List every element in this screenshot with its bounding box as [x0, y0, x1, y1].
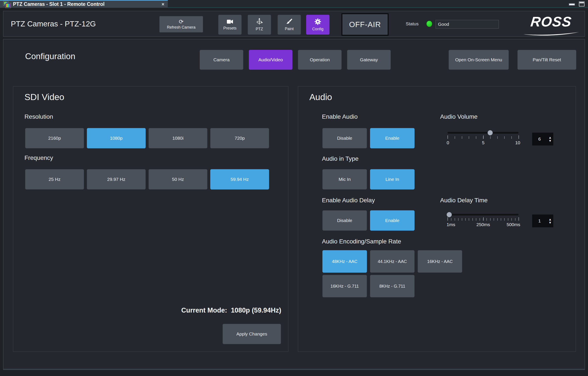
app-window: PTZ Cameras - Slot 1 - Remote Control × … [0, 0, 588, 376]
content-area: Configuration Camera Audio/Video Operati… [3, 39, 585, 370]
audio-delay-enable-button[interactable]: Enable [370, 210, 415, 231]
ross-logo-swoosh [523, 32, 580, 36]
page-title: PTZ Cameras - PTZ-12G [11, 11, 96, 36]
audio-volume-slider: 0 5 10 [448, 130, 518, 147]
camera-icon [226, 19, 233, 24]
audio-delay-down-icon[interactable]: ▼ [549, 221, 552, 224]
status-dot [426, 20, 432, 27]
apply-changes-button[interactable]: Apply Changes [222, 324, 281, 344]
audio-volume-spinner[interactable]: 6 ▲ ▼ [532, 132, 554, 146]
audio-delay-value: 1 [532, 218, 547, 224]
gear-icon [314, 18, 322, 25]
audio-volume-slider-track[interactable] [448, 132, 518, 134]
frequency-option-29-97hz[interactable]: 29.97 Hz [87, 169, 146, 190]
resolution-option-1080p[interactable]: 1080p [87, 128, 146, 148]
sdi-video-title: SDI Video [24, 92, 64, 102]
audio-delay-spinner[interactable]: 1 ▲ ▼ [532, 214, 554, 228]
audio-delay-slider-ticks [448, 218, 519, 221]
close-icon[interactable]: × [161, 1, 164, 7]
audio-volume-value: 6 [532, 137, 547, 142]
config-button[interactable]: Config [306, 15, 329, 35]
audio-volume-down-icon[interactable]: ▼ [549, 139, 552, 142]
resolution-option-720p[interactable]: 720p [210, 128, 269, 148]
resolution-label: Resolution [24, 113, 53, 120]
audio-volume-up-icon[interactable]: ▲ [549, 136, 552, 139]
tab-operation[interactable]: Operation [298, 50, 342, 70]
enable-audio-delay-label: Enable Audio Delay [322, 197, 375, 204]
frequency-option-59-94hz[interactable]: 59.94 Hz [210, 169, 269, 190]
current-mode-text: Current Mode: 1080p (59.94Hz) [181, 306, 281, 314]
audio-delay-up-icon[interactable]: ▲ [549, 218, 552, 221]
window-tab[interactable]: PTZ Cameras - Slot 1 - Remote Control × [0, 0, 168, 8]
open-onscreen-menu-button[interactable]: Open On-Screen Menu [449, 50, 509, 70]
ptz-cross-icon [256, 18, 263, 25]
ptz-button[interactable]: PTZ [248, 15, 271, 35]
pan-tilt-reset-button[interactable]: Pan/Tilt Reset [517, 50, 576, 70]
tab-audio-video[interactable]: Audio/Video [249, 50, 293, 70]
audio-panel: Audio Enable Audio Disable Enable Audio … [298, 86, 576, 352]
audio-in-line-button[interactable]: Line In [370, 169, 415, 190]
off-air-indicator: OFF-AIR [343, 14, 388, 35]
frequency-option-25hz[interactable]: 25 Hz [25, 169, 84, 190]
encoding-48khz-aac-button[interactable]: 48KHz - AAC [322, 250, 367, 273]
audio-volume-scale: 0 5 10 [448, 140, 519, 146]
enable-audio-disable-button[interactable]: Disable [322, 128, 367, 148]
presets-button[interactable]: Presets [218, 15, 242, 35]
paint-brush-icon [286, 18, 293, 25]
encoding-16khz-aac-button[interactable]: 16KHz - AAC [418, 250, 462, 273]
resolution-option-2160p[interactable]: 2160p [25, 128, 84, 148]
enable-audio-label: Enable Audio [322, 113, 358, 120]
audio-in-mic-button[interactable]: Mic In [322, 169, 367, 190]
audio-delay-scale: 1ms 250ms 500ms [448, 222, 519, 228]
tab-gateway[interactable]: Gateway [347, 50, 391, 70]
audio-delay-slider: 1ms 250ms 500ms [448, 212, 518, 229]
refresh-camera-button[interactable]: ⟳ Refresh Camera [159, 16, 203, 32]
encoding-44-1khz-aac-button[interactable]: 44.1KHz - AAC [370, 250, 415, 273]
resolution-option-1080i[interactable]: 1080i [148, 128, 207, 148]
header-bar: PTZ Cameras - PTZ-12G ⟳ Refresh Camera P… [3, 11, 585, 37]
audio-delay-slider-thumb[interactable] [447, 212, 452, 217]
encoding-16khz-g711-button[interactable]: 16KHz - G.711 [322, 275, 367, 297]
audio-delay-slider-track[interactable] [448, 214, 518, 215]
audio-title: Audio [309, 92, 332, 102]
ross-logo: ROSS [523, 13, 580, 30]
status-label: Status [406, 11, 419, 36]
audio-encoding-label: Audio Encoding/Sample Rate [322, 238, 401, 245]
minimize-icon[interactable] [569, 3, 575, 6]
refresh-icon: ⟳ [179, 19, 184, 24]
paint-button[interactable]: Paint [278, 15, 301, 35]
tab-title: PTZ Cameras - Slot 1 - Remote Control [13, 1, 105, 7]
audio-volume-slider-thumb[interactable] [488, 130, 493, 135]
tab-camera[interactable]: Camera [200, 50, 243, 70]
audio-volume-label: Audio Volume [440, 113, 478, 120]
tab-image-icon [3, 1, 10, 7]
frequency-label: Frequency [24, 154, 53, 161]
frequency-option-50hz[interactable]: 50 Hz [148, 169, 207, 190]
audio-delay-disable-button[interactable]: Disable [322, 210, 367, 231]
encoding-8khz-g711-button[interactable]: 8KHz - G.711 [370, 275, 415, 297]
audio-in-type-label: Audio in Type [322, 155, 358, 162]
status-field[interactable] [436, 20, 499, 29]
tab-bar: PTZ Cameras - Slot 1 - Remote Control × [0, 0, 588, 8]
enable-audio-enable-button[interactable]: Enable [370, 128, 415, 148]
section-title-configuration: Configuration [25, 52, 75, 61]
audio-delay-time-label: Audio Delay Time [440, 197, 488, 204]
sdi-video-panel: SDI Video Resolution 2160p 1080p 1080i 7… [13, 86, 288, 352]
maximize-icon[interactable] [579, 1, 585, 7]
audio-volume-slider-ticks [448, 136, 519, 139]
